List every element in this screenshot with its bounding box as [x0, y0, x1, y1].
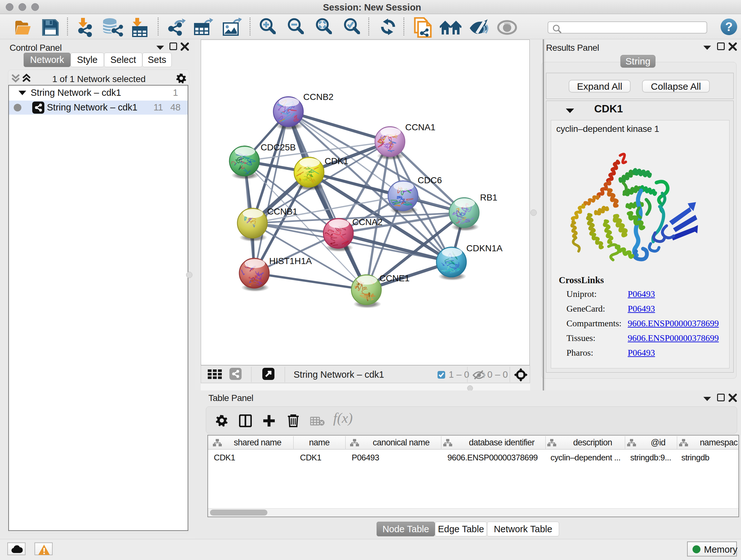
- svg-text:CCNE1: CCNE1: [380, 273, 410, 283]
- svg-text:CCNA1: CCNA1: [405, 122, 435, 132]
- svg-text:CDC25B: CDC25B: [261, 142, 296, 152]
- svg-text:CCNA2: CCNA2: [352, 217, 383, 227]
- svg-text:HIST1H1A: HIST1H1A: [269, 256, 312, 266]
- svg-text:CDKN1A: CDKN1A: [466, 243, 502, 253]
- svg-text:RB1: RB1: [480, 192, 497, 202]
- svg-text:CDK1: CDK1: [325, 156, 348, 166]
- svg-text:CCNB2: CCNB2: [303, 92, 333, 102]
- svg-text:CCNB1: CCNB1: [267, 206, 298, 216]
- svg-text:CDC6: CDC6: [418, 175, 442, 185]
